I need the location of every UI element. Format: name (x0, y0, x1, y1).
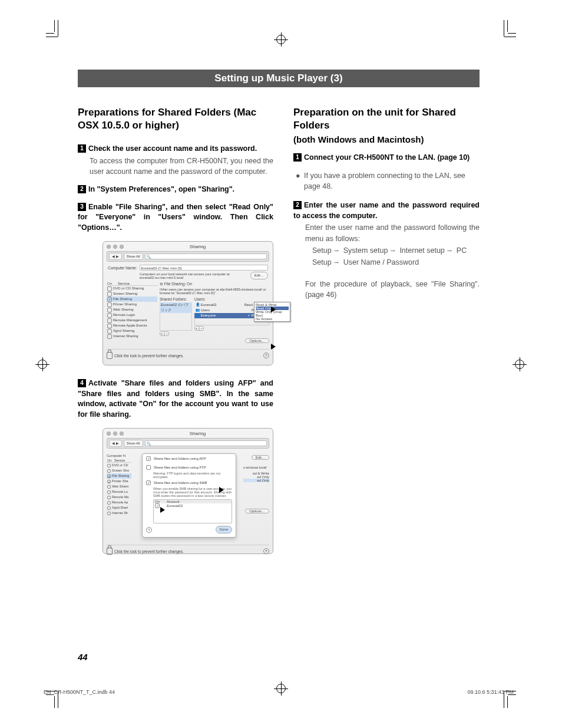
numbox-4: 4 (78, 379, 86, 387)
lock-icon[interactable] (107, 548, 113, 555)
service-item[interactable]: Remote Ma (107, 495, 131, 500)
service-item[interactable]: Xgrid Sharing (107, 328, 157, 334)
ftp-checkbox[interactable] (146, 465, 151, 470)
back-forward-icon[interactable]: ◀ ▶ (109, 440, 122, 447)
options-button[interactable]: Options… (245, 509, 269, 513)
step-1-body: To access the computer from CR-H500NT, y… (90, 156, 273, 178)
search-input[interactable]: 🔍 (145, 253, 267, 259)
edit-button[interactable]: Edit… (252, 455, 269, 460)
service-checkbox[interactable] (107, 485, 111, 489)
traffic-light-icon (113, 245, 117, 249)
service-checkbox[interactable] (107, 469, 111, 473)
smb-checkbox[interactable] (146, 480, 151, 485)
edit-button[interactable]: Edit… (250, 272, 268, 279)
service-item[interactable]: Remote Management (107, 318, 157, 323)
service-checkbox[interactable] (107, 480, 111, 483)
add-remove-icon[interactable]: + | − (160, 331, 169, 336)
service-checkbox[interactable] (107, 496, 111, 499)
window-title: Sharing (126, 244, 269, 249)
traffic-light-icon (120, 245, 124, 249)
step-4: 4Activate "Share files and folders using… (78, 378, 273, 420)
afp-checkbox[interactable] (146, 456, 151, 461)
search-input[interactable]: 🔍 (145, 440, 267, 446)
service-item[interactable]: Internet Sharing (107, 334, 157, 339)
service-checkbox[interactable] (107, 324, 112, 328)
service-item[interactable]: DVD or CD (107, 463, 131, 468)
footer-filename: EN_CR-H500NT_T_C.indb 44 (44, 689, 115, 695)
service-checkbox[interactable] (107, 308, 112, 312)
computer-name-label: Computer N (107, 454, 131, 457)
service-item[interactable]: Printer Sharing (107, 302, 157, 307)
account-checkbox[interactable] (155, 503, 160, 508)
service-checkbox[interactable] (107, 292, 112, 297)
computer-name-label: Computer Name: (108, 266, 137, 270)
service-item[interactable]: Printer Sha (107, 479, 131, 484)
service-item[interactable]: File Sharing (107, 297, 157, 302)
traffic-light-icon (107, 245, 111, 249)
service-item[interactable]: Web Sharing (107, 307, 157, 312)
numbox-3: 3 (78, 203, 86, 211)
step-1: 1Check the user account name and its pas… (78, 144, 273, 177)
service-item[interactable]: Internet Sh (107, 510, 131, 516)
shared-folders-label: Shared Folders: (160, 297, 192, 301)
add-remove-icon[interactable]: + | − (194, 326, 204, 331)
service-checkbox[interactable] (107, 475, 111, 478)
service-item[interactable]: Remote Apple Events (107, 323, 157, 328)
help-icon[interactable]: ? (263, 353, 269, 358)
right-subheading: (both Windows and Macintosh) (293, 134, 480, 144)
service-item[interactable]: Remote Lo (107, 489, 131, 495)
step-3-head: Enable "File Sharing", and then select "… (78, 203, 273, 232)
right-column: Preparation on the unit for Shared Folde… (293, 106, 480, 567)
menu-path: Setup→ System setup→ Internet setup→ PC … (312, 245, 480, 268)
users-label: Users: (194, 297, 269, 301)
lock-text: Click the lock to prevent further change… (114, 354, 184, 358)
service-checkbox[interactable] (107, 490, 111, 494)
registration-mark-left (35, 357, 49, 371)
ftp-warning: Warning: FTP logins and data transfers a… (153, 472, 232, 479)
arrow-icon: → (332, 258, 342, 266)
show-all-button[interactable]: Show All (124, 253, 143, 260)
right-step-2-body: Enter the user name and the password fol… (305, 222, 480, 245)
service-checkbox[interactable] (107, 297, 112, 302)
service-item[interactable]: Remote Ap (107, 500, 131, 505)
numbox-r2: 2 (293, 201, 302, 209)
service-item[interactable]: Xgrid Shari (107, 505, 131, 510)
content-columns: Preparations for Shared Folders (Mac OSX… (78, 106, 480, 567)
sharing-screenshot-1: Sharing ◀ ▶ Show All 🔍 Computer Name: Eu… (103, 241, 273, 365)
callout-arrow-icon (160, 507, 165, 513)
back-forward-icon[interactable]: ◀ ▶ (109, 253, 122, 260)
lock-icon[interactable] (107, 352, 113, 359)
service-checkbox[interactable] (107, 506, 111, 510)
shared-folder-item[interactable]: Eurasia02 のパブリック (160, 302, 192, 313)
service-checkbox[interactable] (107, 464, 111, 467)
step-2-head: In "System Preferences", open "Sharing". (88, 185, 234, 193)
service-checkbox[interactable] (107, 302, 112, 307)
bullet-icon: ● (296, 170, 304, 193)
right-step-1: 1Connect your CR-H500NT to the LAN. (pag… (293, 153, 480, 163)
step-3: 3Enable "File Sharing", and then select … (78, 202, 273, 233)
service-item[interactable]: Web Sharin (107, 484, 131, 489)
service-item[interactable]: DVD or CD Sharing (107, 286, 157, 291)
service-item[interactable]: Remote Login (107, 312, 157, 318)
service-checkbox[interactable] (107, 313, 112, 318)
service-item[interactable]: File Sharing (107, 473, 131, 479)
service-checkbox[interactable] (107, 334, 112, 339)
help-icon[interactable]: ? (263, 548, 269, 554)
address-fragment: s.windows.local/ (243, 466, 269, 469)
service-item[interactable]: Screen Sharing (107, 291, 157, 297)
show-all-button[interactable]: Show All (124, 440, 143, 447)
service-checkbox[interactable] (107, 318, 112, 323)
computer-name-field[interactable]: Eurasia02 の Mac mini (5) (140, 265, 269, 271)
service-item[interactable]: Screen Sha (107, 468, 131, 473)
service-checkbox[interactable] (107, 501, 111, 505)
callout-arrow-icon (219, 487, 224, 493)
help-icon[interactable]: ? (146, 527, 152, 533)
service-checkbox[interactable] (107, 512, 111, 515)
numbox-2: 2 (78, 185, 86, 193)
done-button[interactable]: Done (216, 526, 232, 533)
registration-mark-right (513, 357, 527, 371)
service-checkbox[interactable] (107, 329, 112, 334)
numbox-r1: 1 (293, 153, 302, 162)
options-button[interactable]: Options… (245, 338, 269, 343)
service-checkbox[interactable] (107, 286, 112, 291)
